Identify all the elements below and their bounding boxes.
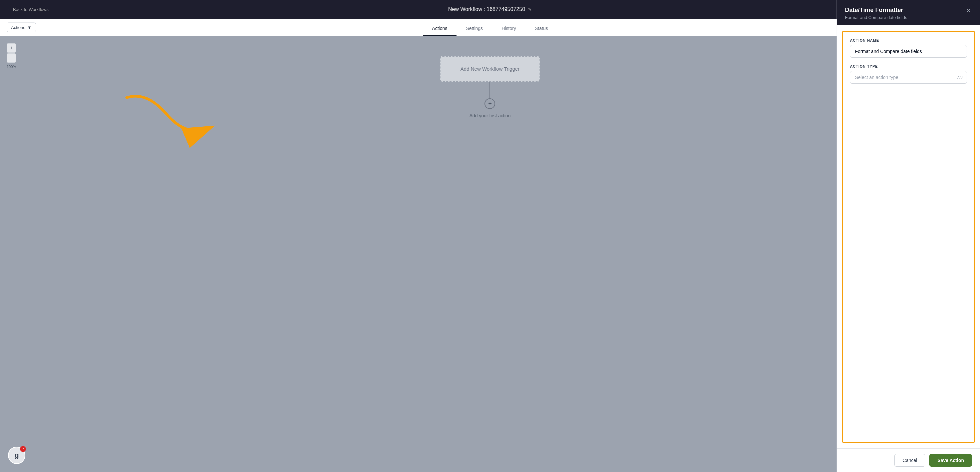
close-panel-button[interactable]: ✕ <box>965 7 972 15</box>
back-to-workflows-link[interactable]: ← Back to Workflows <box>7 7 49 12</box>
chevron-down-icon: ▼ <box>27 25 32 30</box>
user-initial: g <box>14 451 19 460</box>
back-arrow-icon: ← <box>7 7 11 12</box>
panel-header: Date/Time Formatter Format and Compare d… <box>837 0 980 25</box>
panel-footer: Cancel Save Action <box>837 448 980 472</box>
action-type-group: ACTION TYPE Select an action type △▽ <box>850 64 967 84</box>
tab-actions[interactable]: Actions <box>423 19 457 36</box>
arrow-annotation <box>107 87 220 161</box>
panel-subtitle: Format and Compare date fields <box>845 15 907 20</box>
tab-bar: Actions ▼ Actions Settings History Statu… <box>0 19 980 36</box>
action-name-label: ACTION NAME <box>850 38 967 42</box>
trigger-box-text: Add New Workflow Trigger <box>460 66 520 72</box>
workflow-canvas-content: Add New Workflow Trigger + Add your firs… <box>440 56 540 118</box>
zoom-in-button[interactable]: + <box>7 43 16 52</box>
edit-icon[interactable]: ✎ <box>528 7 532 12</box>
panel-form: ACTION NAME ACTION TYPE Select an action… <box>842 31 975 443</box>
workflow-title-text: New Workflow : 1687749507250 <box>448 6 525 12</box>
connector-line <box>490 82 490 99</box>
trigger-box[interactable]: Add New Workflow Trigger <box>440 56 540 82</box>
back-label: Back to Workflows <box>13 7 49 12</box>
zoom-controls: + − 100% <box>7 43 16 69</box>
save-action-button[interactable]: Save Action <box>929 454 972 467</box>
notification-badge: 7 <box>20 446 26 452</box>
user-avatar[interactable]: g 7 <box>8 447 25 464</box>
workflow-title: New Workflow : 1687749507250 ✎ <box>448 6 532 12</box>
canvas-area: + − 100% Add New Workflow Trigger + Add … <box>0 36 980 472</box>
actions-dropdown-label: Actions <box>11 25 25 30</box>
action-type-select[interactable]: Select an action type <box>850 71 967 84</box>
right-panel: Date/Time Formatter Format and Compare d… <box>837 0 980 472</box>
actions-dropdown[interactable]: Actions ▼ <box>7 22 36 32</box>
tab-settings[interactable]: Settings <box>457 19 493 36</box>
action-name-input[interactable] <box>850 45 967 58</box>
top-bar: ← Back to Workflows New Workflow : 16877… <box>0 0 980 19</box>
tab-history[interactable]: History <box>492 19 525 36</box>
zoom-level: 100% <box>7 65 16 69</box>
zoom-out-button[interactable]: − <box>7 53 16 63</box>
panel-title-group: Date/Time Formatter Format and Compare d… <box>845 7 907 20</box>
plus-icon: + <box>488 100 492 107</box>
panel-title: Date/Time Formatter <box>845 7 907 14</box>
action-type-select-wrapper: Select an action type △▽ <box>850 71 967 84</box>
tabs-center: Actions Settings History Status <box>423 19 557 36</box>
tab-status[interactable]: Status <box>525 19 557 36</box>
action-name-group: ACTION NAME <box>850 38 967 58</box>
cancel-button[interactable]: Cancel <box>894 454 926 467</box>
add-action-button[interactable]: + <box>485 99 495 109</box>
action-type-label: ACTION TYPE <box>850 64 967 68</box>
add-action-text: Add your first action <box>469 113 511 118</box>
